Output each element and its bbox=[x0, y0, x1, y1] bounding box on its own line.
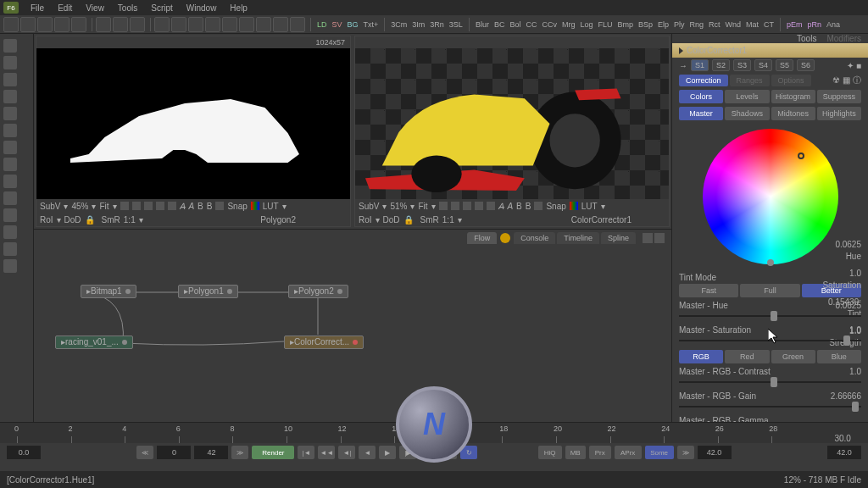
txt-button[interactable]: Txt+ bbox=[361, 18, 381, 31]
tool-icon[interactable] bbox=[188, 17, 203, 32]
slot-button[interactable]: S5 bbox=[776, 59, 793, 71]
txtbtn[interactable]: Bmp bbox=[615, 18, 636, 31]
dod-button[interactable]: DoD bbox=[383, 215, 400, 225]
tool-icon[interactable] bbox=[3, 39, 17, 53]
subtab-ranges[interactable]: Ranges bbox=[730, 75, 770, 86]
lut-button[interactable]: LUT bbox=[263, 202, 279, 211]
master-button[interactable]: Master bbox=[679, 107, 723, 120]
tool-icon[interactable] bbox=[20, 17, 36, 32]
tool-icon[interactable] bbox=[113, 17, 128, 32]
tool-icon[interactable] bbox=[130, 17, 145, 32]
view-icon[interactable] bbox=[156, 202, 164, 210]
current-frame[interactable]: 0 bbox=[157, 446, 191, 459]
tool-icon[interactable] bbox=[239, 17, 254, 32]
rgb-icon[interactable] bbox=[251, 202, 259, 210]
tool-icon[interactable] bbox=[37, 17, 53, 32]
bg-button[interactable]: BG bbox=[345, 18, 361, 31]
tool-icon[interactable] bbox=[96, 17, 111, 32]
green-button[interactable]: Green bbox=[771, 350, 815, 363]
snap-button[interactable]: Snap bbox=[546, 202, 565, 211]
txtbtn[interactable]: 3Cm bbox=[388, 18, 409, 31]
ratio-label[interactable]: 1:1 bbox=[442, 215, 454, 225]
txtbtn[interactable]: BSp bbox=[636, 18, 655, 31]
tool-icon[interactable] bbox=[256, 17, 271, 32]
txtbtn[interactable]: Wnd bbox=[723, 18, 744, 31]
viewport-canvas[interactable] bbox=[36, 48, 350, 199]
tool-icon[interactable] bbox=[3, 90, 17, 103]
txtbtn[interactable]: Elp bbox=[655, 18, 671, 31]
node-bitmap[interactable]: ▸Bitmap1 bbox=[81, 285, 136, 298]
subtab-correction[interactable]: Correction bbox=[679, 75, 728, 86]
levels-button[interactable]: Levels bbox=[725, 90, 769, 103]
play-back-button[interactable]: ◄ bbox=[359, 446, 376, 459]
tool-icon[interactable] bbox=[3, 175, 17, 188]
txtbtn[interactable]: CT bbox=[761, 18, 776, 31]
menu-file[interactable]: File bbox=[24, 3, 51, 13]
view-icon[interactable] bbox=[475, 202, 483, 210]
mb-button[interactable]: MB bbox=[565, 446, 586, 459]
tool-icon[interactable] bbox=[3, 124, 17, 137]
subtab-options[interactable]: Options bbox=[771, 75, 811, 86]
txtbtn[interactable]: Rng bbox=[687, 18, 707, 31]
subv-label[interactable]: SubV bbox=[40, 202, 60, 211]
view-icon[interactable] bbox=[168, 202, 176, 210]
tool-icon[interactable] bbox=[3, 259, 17, 273]
tool-icon[interactable] bbox=[3, 73, 17, 86]
suppress-button[interactable]: Suppress bbox=[817, 90, 861, 103]
total-frames[interactable]: 42 bbox=[194, 446, 228, 459]
view-icon[interactable] bbox=[487, 202, 495, 210]
full-button[interactable]: Full bbox=[740, 284, 799, 297]
menu-help[interactable]: Help bbox=[223, 3, 254, 13]
zoom-value[interactable]: 45% bbox=[71, 202, 88, 211]
view-icon[interactable] bbox=[132, 202, 141, 210]
tool-icon[interactable] bbox=[205, 17, 220, 32]
color-handle[interactable] bbox=[798, 152, 804, 159]
txtbtn[interactable]: pEm bbox=[784, 18, 805, 31]
node-polygon2[interactable]: ▸Polygon2 bbox=[288, 285, 348, 298]
prev-key-button[interactable]: ◄◄ bbox=[318, 446, 335, 459]
play-button[interactable]: ▶ bbox=[379, 446, 396, 459]
tool-icon[interactable] bbox=[222, 17, 237, 32]
fast-button[interactable]: Fast bbox=[679, 284, 738, 297]
colors-button[interactable]: Colors bbox=[679, 90, 723, 103]
txtbtn[interactable]: Ply bbox=[671, 18, 687, 31]
tab-timeline[interactable]: Timeline bbox=[557, 232, 599, 244]
txtbtn[interactable]: Mrg bbox=[559, 18, 578, 31]
menu-view[interactable]: View bbox=[79, 3, 111, 13]
fit-button[interactable]: Fit bbox=[418, 202, 427, 211]
contrast-slider[interactable]: Master - RGB - Contrast1.0 bbox=[672, 365, 868, 390]
slot-button[interactable]: S3 bbox=[733, 59, 751, 71]
histogram-button[interactable]: Histogram bbox=[771, 90, 815, 103]
tool-icon[interactable] bbox=[273, 17, 288, 32]
midtones-button[interactable]: Midtones bbox=[771, 107, 815, 120]
expand-icon[interactable] bbox=[679, 47, 683, 54]
sv-button[interactable]: SV bbox=[330, 18, 345, 31]
node-polygon1[interactable]: ▸Polygon1 bbox=[178, 285, 238, 298]
tool-icon[interactable] bbox=[3, 225, 17, 239]
menu-script[interactable]: Script bbox=[144, 3, 180, 13]
tool-icon[interactable] bbox=[290, 17, 305, 32]
flow-area[interactable]: ▸Bitmap1 ▸Polygon1 ▸Polygon2 ▸racing_v01… bbox=[34, 246, 671, 422]
txtbtn[interactable]: Log bbox=[577, 18, 595, 31]
view-icon[interactable] bbox=[215, 202, 224, 210]
red-button[interactable]: Red bbox=[725, 350, 769, 363]
prx-button[interactable]: Prx bbox=[589, 446, 611, 459]
tool-icon[interactable] bbox=[3, 141, 17, 154]
view-icon[interactable] bbox=[463, 202, 471, 210]
viewport-left[interactable]: 1024x57 SubV▾ 45%▾ Fit▾ A̶ABB Snap LUT▾ … bbox=[36, 36, 351, 227]
step-back-button[interactable]: ◄| bbox=[338, 446, 355, 459]
panel-icon[interactable] bbox=[654, 233, 665, 243]
range-end[interactable]: 42.0 bbox=[827, 446, 861, 459]
txtbtn[interactable]: FLU bbox=[595, 18, 615, 31]
dod-button[interactable]: DoD bbox=[64, 215, 81, 225]
tool-icon[interactable] bbox=[3, 107, 17, 120]
tool-icon[interactable] bbox=[171, 17, 186, 32]
tab-flow[interactable]: Flow bbox=[467, 232, 497, 244]
zoom-value[interactable]: 51% bbox=[390, 202, 407, 211]
warning-icon[interactable] bbox=[500, 233, 510, 243]
hiq-button[interactable]: HiQ bbox=[538, 446, 562, 459]
subv-label[interactable]: SubV bbox=[359, 202, 379, 211]
txtbtn[interactable]: 3Rn bbox=[427, 18, 447, 31]
menu-tools[interactable]: Tools bbox=[111, 3, 144, 13]
viewport-canvas[interactable] bbox=[355, 48, 669, 199]
